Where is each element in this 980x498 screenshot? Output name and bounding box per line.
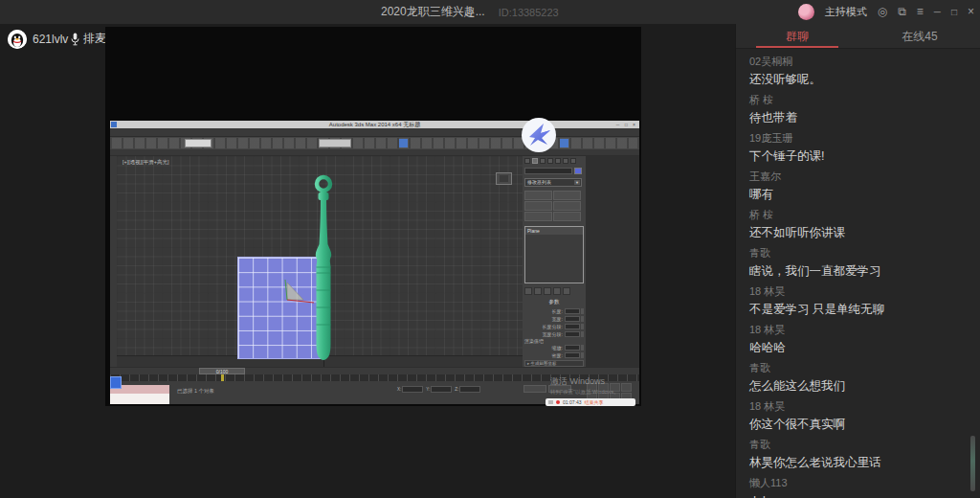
param-value-field[interactable]: [565, 308, 580, 314]
stack-item[interactable]: Plane: [525, 227, 583, 235]
room-id: ID:13385223: [499, 7, 559, 18]
coordinate-field[interactable]: Y:: [426, 386, 452, 393]
param-label: 缩放:: [524, 345, 565, 351]
parameters-rollout: 长度: 宽度:: [524, 307, 584, 374]
popout-icon[interactable]: ⧉: [898, 0, 906, 24]
green-model-object[interactable]: [117, 156, 523, 367]
chat-username[interactable]: 青歌: [749, 439, 968, 451]
param-value-field[interactable]: [565, 316, 580, 322]
time-slider-handle[interactable]: 0/100: [199, 368, 245, 374]
host-avatar[interactable]: [798, 4, 814, 20]
param-value-field[interactable]: [565, 352, 580, 358]
stack-tool-buttons[interactable]: [524, 287, 570, 295]
chat-username[interactable]: 18 林昊: [749, 324, 968, 336]
chat-text: 怎么能这么想我们: [749, 378, 968, 394]
rollout-header[interactable]: 生成贴图坐标: [524, 360, 584, 367]
selection-filter-dropdown[interactable]: [185, 139, 212, 147]
param-spinner[interactable]: [581, 316, 584, 322]
current-frame-marker[interactable]: [221, 374, 224, 381]
snap-toggle-icon[interactable]: [399, 139, 408, 147]
chat-message: 青歌 怎么能这么想我们: [749, 362, 968, 394]
max-menubar: 编辑(E)工具(T)组(G)视图(V)创建(C)修改器(M)动画(A)图形编辑器…: [110, 128, 639, 137]
param-row: 宽度:: [524, 315, 584, 323]
viewport-label[interactable]: [+][透视][平滑+高光]: [122, 159, 169, 166]
viewcube[interactable]: [496, 172, 512, 185]
param-row: 宽度分段:: [524, 330, 584, 338]
maximize-icon[interactable]: □: [951, 0, 957, 24]
param-spinner[interactable]: [581, 324, 584, 329]
chat-scrollbar-thumb[interactable]: [970, 436, 975, 491]
time-slider[interactable]: 0/100: [110, 367, 639, 374]
param-row: 密度:: [524, 351, 584, 359]
close-icon[interactable]: ×: [968, 0, 974, 24]
screen-share-stage[interactable]: Autodesk 3ds Max 2014 x64 无标题 ─ □ × 编辑(E…: [105, 27, 641, 406]
parameters-title: 参数: [523, 299, 586, 306]
windows-activation-watermark: 激活 Windows 转到"设置"以激活 Windows。: [550, 375, 619, 396]
chat-text: 还不如听听你讲课: [749, 225, 968, 240]
tab-online-count[interactable]: 在线45: [858, 24, 980, 48]
coordinate-label: Z:: [455, 387, 458, 392]
room-title-group: 2020龙职三维兴趣... ID:13385223: [381, 0, 559, 24]
chat-message: 18 林昊 不是爱学习 只是单纯无聊: [749, 285, 968, 317]
minimize-icon[interactable]: ─: [934, 0, 941, 24]
tab-group-chat[interactable]: 群聊: [736, 24, 858, 48]
watermark-line1: 激活 Windows: [550, 375, 619, 388]
param-spinner[interactable]: [581, 352, 584, 358]
param-label: 密度:: [524, 352, 565, 358]
object-name-field[interactable]: [524, 168, 572, 174]
command-panel-tabs[interactable]: [524, 158, 576, 164]
chat-username[interactable]: 18 林昊: [749, 285, 968, 298]
max-main-toolbar[interactable]: [110, 137, 639, 149]
object-color-swatch[interactable]: [574, 168, 582, 174]
menu-icon[interactable]: ≡: [917, 0, 924, 24]
record-icon[interactable]: ◎: [878, 0, 887, 24]
param-value-field[interactable]: [565, 331, 580, 337]
modifier-list-label: 修改器列表: [527, 179, 551, 185]
chat-message-list[interactable]: 02吴桐桐 还没听够呢。 桥 桉 待也带着 19庞玉珊 下个锤子的课! 王嘉尔 …: [736, 49, 980, 498]
share-control-pill[interactable]: 01:07:43 结束共享: [546, 398, 635, 406]
chat-text: 下个锤子的课!: [749, 148, 968, 164]
queue-mic-button[interactable]: 排麦: [71, 31, 106, 47]
chat-message: 18 林昊 你这个很不真实啊: [749, 400, 968, 432]
viewport[interactable]: [+][透视][平滑+高光]: [117, 156, 523, 367]
param-value-field[interactable]: [565, 324, 580, 329]
stop-share-button[interactable]: 结束共享: [584, 399, 603, 405]
coordinate-fields: X: Y: Z:: [397, 386, 480, 393]
max-window-buttons[interactable]: ─ □ ×: [616, 121, 637, 128]
titlebar-controls: 主持模式 ◎ ⧉ ≡ ─ □ ×: [798, 0, 974, 24]
coordinate-field[interactable]: X:: [397, 386, 423, 393]
param-value-field[interactable]: [565, 345, 580, 351]
chat-username[interactable]: 02吴桐桐: [749, 56, 968, 68]
max-main-area: [+][透视][平滑+高光]: [110, 156, 639, 367]
bird-logo: [522, 118, 556, 152]
taskbar-app-icon[interactable]: [110, 376, 122, 389]
chat-pane: 群聊 在线45 02吴桐桐 还没听够呢。 桥 桉 待也带着 19庞玉珊 下个锤子…: [735, 24, 980, 498]
param-spinner[interactable]: [581, 331, 584, 337]
chat-username[interactable]: 青歌: [749, 247, 968, 260]
coordinate-field[interactable]: Z:: [455, 386, 480, 393]
param-spinner[interactable]: [581, 345, 584, 351]
modifier-list-dropdown[interactable]: 修改器列表 ▼: [524, 178, 582, 187]
modifier-buttons[interactable]: [524, 191, 583, 221]
modifier-stack[interactable]: Plane: [524, 226, 584, 283]
chat-username[interactable]: 18 林昊: [749, 400, 968, 413]
chat-username[interactable]: 王嘉尔: [749, 170, 968, 183]
render-setup-icon[interactable]: [560, 139, 568, 147]
named-selection-dropdown[interactable]: [319, 139, 351, 147]
param-row: 缩放:: [524, 344, 584, 351]
chat-tab-bar: 群聊 在线45: [736, 24, 980, 49]
command-panel: 修改器列表 ▼ Plane 参数: [523, 156, 586, 367]
chat-text: del: [749, 493, 968, 498]
chat-message: 懒人113 del: [749, 477, 968, 498]
chat-username[interactable]: 桥 桉: [749, 209, 968, 221]
param-spinner[interactable]: [581, 308, 584, 314]
chat-username[interactable]: 桥 桉: [749, 94, 968, 106]
max-titlebar: Autodesk 3ds Max 2014 x64 无标题 ─ □ ×: [110, 121, 639, 128]
chat-text: 瞎说，我们一直都爱学习: [749, 263, 968, 279]
host-mode-label[interactable]: 主持模式: [825, 5, 867, 19]
chat-username[interactable]: 19庞玉珊: [749, 132, 968, 145]
chat-text: 待也带着: [749, 110, 968, 125]
chat-username[interactable]: 懒人113: [749, 477, 968, 489]
viewer-chip[interactable]: 621lvlv: [8, 30, 68, 49]
chat-username[interactable]: 青歌: [749, 362, 968, 374]
